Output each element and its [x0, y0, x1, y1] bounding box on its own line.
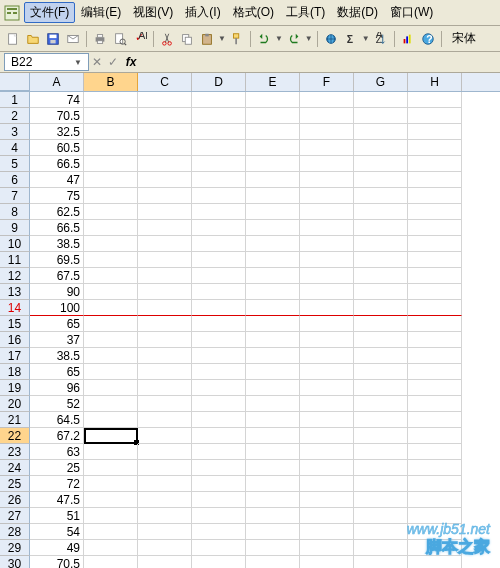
- cell-A30[interactable]: 70.5: [30, 556, 84, 568]
- cell-D25[interactable]: [192, 476, 246, 492]
- row-header-27[interactable]: 27: [0, 508, 30, 524]
- cell-D9[interactable]: [192, 220, 246, 236]
- cell-H5[interactable]: [408, 156, 462, 172]
- cell-F5[interactable]: [300, 156, 354, 172]
- print-preview-button[interactable]: [111, 30, 129, 48]
- cell-F22[interactable]: [300, 428, 354, 444]
- cell-D26[interactable]: [192, 492, 246, 508]
- cell-E20[interactable]: [246, 396, 300, 412]
- cell-A12[interactable]: 67.5: [30, 268, 84, 284]
- cell-F20[interactable]: [300, 396, 354, 412]
- cell-C4[interactable]: [138, 140, 192, 156]
- cell-B13[interactable]: [84, 284, 138, 300]
- cell-A19[interactable]: 96: [30, 380, 84, 396]
- cell-F27[interactable]: [300, 508, 354, 524]
- cell-H8[interactable]: [408, 204, 462, 220]
- cell-D28[interactable]: [192, 524, 246, 540]
- cell-G21[interactable]: [354, 412, 408, 428]
- cell-C23[interactable]: [138, 444, 192, 460]
- copy-button[interactable]: [178, 30, 196, 48]
- cell-A11[interactable]: 69.5: [30, 252, 84, 268]
- cell-G17[interactable]: [354, 348, 408, 364]
- cell-C26[interactable]: [138, 492, 192, 508]
- cell-D18[interactable]: [192, 364, 246, 380]
- undo-button[interactable]: [255, 30, 273, 48]
- cell-F30[interactable]: [300, 556, 354, 568]
- column-header-F[interactable]: F: [300, 73, 354, 91]
- cell-G8[interactable]: [354, 204, 408, 220]
- cell-H12[interactable]: [408, 268, 462, 284]
- cell-A25[interactable]: 72: [30, 476, 84, 492]
- cut-button[interactable]: [158, 30, 176, 48]
- cell-F24[interactable]: [300, 460, 354, 476]
- cell-B12[interactable]: [84, 268, 138, 284]
- column-header-E[interactable]: E: [246, 73, 300, 91]
- cell-C13[interactable]: [138, 284, 192, 300]
- cell-G27[interactable]: [354, 508, 408, 524]
- cell-F11[interactable]: [300, 252, 354, 268]
- cell-G26[interactable]: [354, 492, 408, 508]
- cell-B3[interactable]: [84, 124, 138, 140]
- cell-F12[interactable]: [300, 268, 354, 284]
- cell-B22[interactable]: [84, 428, 138, 444]
- open-button[interactable]: [24, 30, 42, 48]
- row-header-18[interactable]: 18: [0, 364, 30, 380]
- cell-B27[interactable]: [84, 508, 138, 524]
- cell-E28[interactable]: [246, 524, 300, 540]
- cell-D22[interactable]: [192, 428, 246, 444]
- cell-E26[interactable]: [246, 492, 300, 508]
- cell-F2[interactable]: [300, 108, 354, 124]
- cell-D17[interactable]: [192, 348, 246, 364]
- cell-C11[interactable]: [138, 252, 192, 268]
- cell-E23[interactable]: [246, 444, 300, 460]
- cell-E7[interactable]: [246, 188, 300, 204]
- cell-E30[interactable]: [246, 556, 300, 568]
- cell-H11[interactable]: [408, 252, 462, 268]
- cell-A18[interactable]: 65: [30, 364, 84, 380]
- cell-G5[interactable]: [354, 156, 408, 172]
- cell-D7[interactable]: [192, 188, 246, 204]
- cell-H23[interactable]: [408, 444, 462, 460]
- cell-E9[interactable]: [246, 220, 300, 236]
- cell-A10[interactable]: 38.5: [30, 236, 84, 252]
- cell-B16[interactable]: [84, 332, 138, 348]
- cell-G28[interactable]: [354, 524, 408, 540]
- cell-A3[interactable]: 32.5: [30, 124, 84, 140]
- cell-E3[interactable]: [246, 124, 300, 140]
- cell-G16[interactable]: [354, 332, 408, 348]
- menu-insert[interactable]: 插入(I): [179, 2, 226, 23]
- name-box[interactable]: B22▼: [4, 53, 89, 71]
- column-header-H[interactable]: H: [408, 73, 462, 91]
- cell-E5[interactable]: [246, 156, 300, 172]
- cell-H30[interactable]: [408, 556, 462, 568]
- cell-F6[interactable]: [300, 172, 354, 188]
- cell-H9[interactable]: [408, 220, 462, 236]
- cell-D23[interactable]: [192, 444, 246, 460]
- cell-E15[interactable]: [246, 316, 300, 332]
- formula-cancel-icon[interactable]: ✕: [89, 55, 105, 69]
- column-header-B[interactable]: B: [84, 73, 138, 91]
- cell-D13[interactable]: [192, 284, 246, 300]
- cell-C14[interactable]: [138, 300, 192, 316]
- cell-E11[interactable]: [246, 252, 300, 268]
- cell-B19[interactable]: [84, 380, 138, 396]
- cell-B28[interactable]: [84, 524, 138, 540]
- cell-F4[interactable]: [300, 140, 354, 156]
- column-header-G[interactable]: G: [354, 73, 408, 91]
- autosum-button[interactable]: Σ: [342, 30, 360, 48]
- cell-D8[interactable]: [192, 204, 246, 220]
- cell-G20[interactable]: [354, 396, 408, 412]
- cell-F7[interactable]: [300, 188, 354, 204]
- cell-B29[interactable]: [84, 540, 138, 556]
- menu-tools[interactable]: 工具(T): [280, 2, 331, 23]
- cell-B14[interactable]: [84, 300, 138, 316]
- cell-E19[interactable]: [246, 380, 300, 396]
- cell-G12[interactable]: [354, 268, 408, 284]
- row-header-5[interactable]: 5: [0, 156, 30, 172]
- cell-D3[interactable]: [192, 124, 246, 140]
- cell-F15[interactable]: [300, 316, 354, 332]
- cell-H28[interactable]: [408, 524, 462, 540]
- fx-button[interactable]: fx: [121, 55, 141, 69]
- cell-C24[interactable]: [138, 460, 192, 476]
- cell-G19[interactable]: [354, 380, 408, 396]
